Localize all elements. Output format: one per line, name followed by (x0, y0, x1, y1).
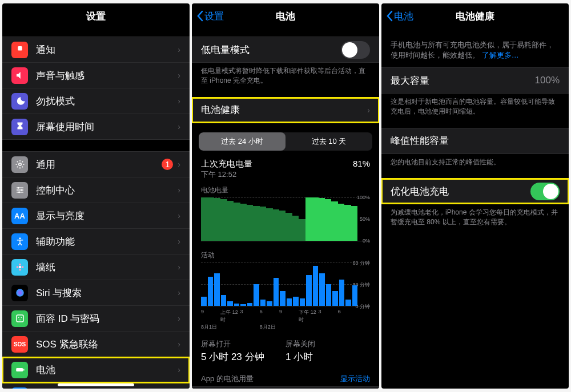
chevron-right-icon: › (178, 122, 180, 131)
settings-row[interactable]: 通用1› (2, 152, 190, 177)
svg-rect-12 (17, 315, 23, 322)
peak-perf-row: 峰值性能容量 (381, 128, 569, 153)
chevron-right-icon: › (178, 340, 180, 349)
learn-more-link[interactable]: 了解更多… (482, 51, 519, 59)
optimized-charging-footer: 为减缓电池老化，iPhone 会学习您每日的充电模式，并暂缓充电至 80% 以上… (381, 204, 569, 227)
AA-icon: AA (11, 208, 28, 224)
hourglass-icon (11, 119, 28, 135)
chevron-right-icon: › (178, 71, 180, 80)
face-icon (11, 310, 28, 327)
home-indicator[interactable] (58, 383, 134, 386)
nav-bar: 设置 (2, 3, 190, 29)
settings-row[interactable]: 声音与触感› (2, 63, 190, 88)
low-power-group: 低电量模式 (192, 37, 379, 63)
svg-point-13 (18, 317, 19, 318)
chevron-right-icon: › (178, 262, 180, 272)
battery-level-chart[interactable]: 电池电量 100%50%0% (201, 185, 370, 241)
svg-point-9 (16, 266, 18, 268)
chevron-right-icon: › (178, 96, 180, 106)
siri-icon (11, 285, 28, 301)
access-icon (11, 233, 28, 250)
svg-point-3 (21, 189, 22, 191)
svg-point-7 (19, 264, 21, 266)
page-title: 电池 (276, 10, 295, 23)
hand-icon (11, 387, 28, 389)
settings-row[interactable]: SOSSOS 紧急联络› (2, 332, 190, 357)
chevron-right-icon: › (178, 237, 180, 246)
page-title: 设置 (86, 10, 106, 23)
svg-rect-16 (23, 369, 25, 371)
activity-chart[interactable]: 活动 60 分钟30 分钟0 分钟 9上午 12时369下午 12时36 8月1… (201, 250, 370, 331)
low-power-row[interactable]: 低电量模式 (192, 37, 379, 62)
svg-point-5 (19, 237, 21, 239)
svg-point-8 (19, 269, 21, 271)
settings-row[interactable]: 墙纸› (2, 254, 190, 280)
time-range-segment[interactable]: 过去 24 小时 过去 10 天 (199, 132, 372, 151)
intro-text: 手机电池与所有可充电电池类似，属于易耗部件，使用时间越长，能效越低。 了解更多… (381, 29, 569, 64)
optimized-charging-row[interactable]: 优化电池充电 (381, 179, 569, 204)
back-button[interactable]: 电池 (386, 10, 413, 23)
low-power-footer: 低电量模式将暂时降低下载和邮件获取等后台活动，直至 iPhone 完全充电。 (192, 63, 379, 86)
svg-point-11 (16, 289, 24, 297)
settings-row[interactable]: 通知› (2, 37, 190, 63)
gear-icon (11, 156, 28, 173)
chevron-right-icon: › (178, 288, 180, 297)
notif-icon (11, 42, 28, 58)
max-capacity-row: 最大容量 100% (381, 68, 569, 93)
settings-screen: 设置 通知›声音与触感›勿扰模式›屏幕使用时间› 通用1›控制中心›AA显示与亮… (2, 3, 190, 389)
page-title: 电池健康 (456, 10, 494, 23)
badge: 1 (162, 159, 173, 170)
settings-row[interactable]: AA显示与亮度› (2, 203, 190, 229)
seg-24h[interactable]: 过去 24 小时 (199, 132, 286, 151)
peak-perf-group: 峰值性能容量 (381, 128, 569, 154)
battery-health-row[interactable]: 电池健康 › (192, 98, 379, 123)
low-power-switch[interactable] (341, 41, 370, 59)
settings-row[interactable]: 勿扰模式› (2, 88, 190, 114)
show-activity-link[interactable]: 显示活动 (340, 374, 370, 384)
svg-point-6 (18, 266, 21, 269)
optimized-charging-group: 优化电池充电 (381, 178, 569, 204)
screen-time-row: 屏幕打开5 小时 23 分钟 屏幕关闭1 小时 (192, 331, 379, 363)
chevron-right-icon: › (178, 45, 180, 54)
settings-row[interactable]: Siri 与搜索› (2, 280, 190, 306)
settings-group-general: 通用1›控制中心›AA显示与亮度›辅助功能›墙纸›Siri 与搜索›面容 ID … (2, 151, 190, 389)
settings-row[interactable]: 屏幕使用时间› (2, 114, 190, 139)
battery-screen: 设置 电池 低电量模式 低电量模式将暂时降低下载和邮件获取等后台活动，直至 iP… (192, 3, 379, 389)
chevron-right-icon: › (178, 211, 180, 220)
nav-bar: 设置 电池 (192, 3, 379, 29)
svg-point-10 (21, 266, 23, 268)
app-usage-row[interactable]: Safari 浏览器23% (192, 387, 379, 389)
back-button[interactable]: 设置 (196, 10, 224, 23)
sound-icon (11, 67, 28, 84)
battery-health-group: 电池健康 › (192, 97, 379, 123)
settings-row[interactable]: 电池› (2, 357, 190, 383)
battery-health-screen: 电池 电池健康 手机电池与所有可充电电池类似，属于易耗部件，使用时间越长，能效越… (381, 3, 569, 389)
settings-row[interactable]: 面容 ID 与密码› (2, 306, 190, 332)
SOS-icon: SOS (11, 336, 28, 353)
app-usage-header: App 的电池用量 显示活动 (192, 363, 379, 386)
svg-rect-0 (18, 46, 22, 51)
svg-point-4 (18, 191, 20, 193)
chevron-right-icon: › (178, 314, 180, 323)
chevron-right-icon: › (178, 160, 180, 169)
last-charge-row: 上次充电电量下午 12:52 81% (192, 156, 379, 182)
svg-point-1 (18, 163, 21, 166)
optimized-charging-switch[interactable] (530, 183, 560, 200)
peak-perf-footer: 您的电池目前支持正常的峰值性能。 (381, 154, 569, 167)
svg-rect-15 (16, 368, 23, 371)
app-usage-list: Safari 浏览器23%QQ (192, 386, 379, 389)
nav-bar: 电池 电池健康 (381, 3, 569, 29)
svg-point-2 (17, 187, 19, 189)
capacity-group: 最大容量 100% (381, 67, 569, 94)
flower-icon (11, 259, 28, 276)
capacity-footer: 这是相对于新电池而言的电池容量。容量较低可能导致充电后，电池使用时间缩短。 (381, 94, 569, 116)
chevron-right-icon: › (178, 365, 180, 374)
chevron-right-icon: › (367, 106, 370, 115)
settings-row[interactable]: 控制中心› (2, 177, 190, 203)
settings-row[interactable]: 辅助功能› (2, 229, 190, 254)
seg-10d[interactable]: 过去 10 天 (286, 132, 372, 151)
svg-point-14 (21, 317, 22, 318)
chevron-right-icon: › (178, 185, 180, 195)
sliders-icon (11, 182, 28, 199)
battery-icon (11, 362, 28, 378)
